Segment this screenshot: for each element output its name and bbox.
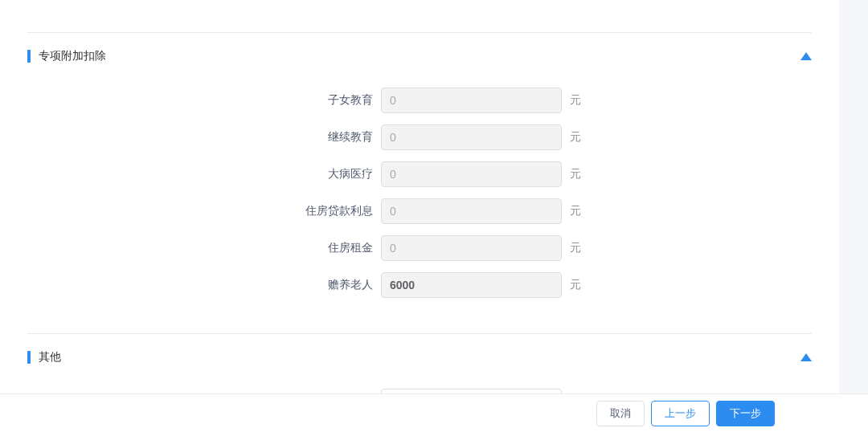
section-marker-icon [27, 50, 31, 63]
section-marker-icon [27, 351, 31, 364]
prev-step-button[interactable]: 上一步 [651, 401, 710, 426]
elderly-support-input[interactable] [381, 272, 562, 298]
field-row-elderly-support: 赡养老人 元 [27, 272, 812, 298]
section-title: 其他 [39, 350, 61, 365]
field-row-rent: 住房租金 元 [27, 235, 812, 261]
section-header-special-deductions: 专项附加扣除 [0, 33, 839, 63]
field-label: 继续教育 [27, 130, 381, 145]
unit-label: 元 [570, 93, 581, 108]
svg-marker-1 [800, 353, 812, 361]
rent-input[interactable] [381, 235, 562, 261]
section-title: 专项附加扣除 [39, 49, 106, 63]
section-title-wrap: 其他 [27, 350, 61, 365]
field-label: 子女教育 [27, 93, 381, 108]
medical-input[interactable] [381, 161, 562, 187]
field-row-mortgage-interest: 住房贷款利息 元 [27, 198, 812, 224]
cancel-button[interactable]: 取消 [596, 401, 645, 426]
field-label: 住房租金 [27, 241, 381, 255]
svg-marker-0 [800, 52, 812, 60]
unit-label: 元 [570, 204, 581, 218]
continuing-education-input[interactable] [381, 124, 562, 150]
field-row-child-education: 子女教育 元 [27, 88, 812, 113]
field-row-medical: 大病医疗 元 [27, 161, 812, 187]
field-label: 赡养老人 [27, 278, 381, 292]
next-step-button[interactable]: 下一步 [716, 401, 775, 426]
footer-action-bar: 取消 上一步 下一步 [0, 393, 868, 432]
collapse-toggle[interactable] [800, 52, 812, 60]
field-label: 住房贷款利息 [27, 204, 381, 218]
form-panel: 专项附加扣除 子女教育 元 继续教育 元 大病医疗 元 住房贷款利息 元 [0, 0, 839, 400]
section-header-other: 其他 [0, 334, 839, 365]
unit-label: 元 [570, 167, 581, 181]
caret-up-icon [800, 353, 812, 361]
section-title-wrap: 专项附加扣除 [27, 49, 106, 63]
unit-label: 元 [570, 278, 581, 292]
unit-label: 元 [570, 130, 581, 145]
field-row-continuing-education: 继续教育 元 [27, 124, 812, 150]
collapse-toggle[interactable] [800, 353, 812, 361]
child-education-input[interactable] [381, 88, 562, 113]
mortgage-interest-input[interactable] [381, 198, 562, 224]
previous-section-tail [0, 0, 839, 16]
unit-label: 元 [570, 241, 581, 255]
caret-up-icon [800, 52, 812, 60]
field-label: 大病医疗 [27, 167, 381, 181]
special-deductions-fields: 子女教育 元 继续教育 元 大病医疗 元 住房贷款利息 元 住房租金 元 赡养老… [0, 63, 839, 317]
